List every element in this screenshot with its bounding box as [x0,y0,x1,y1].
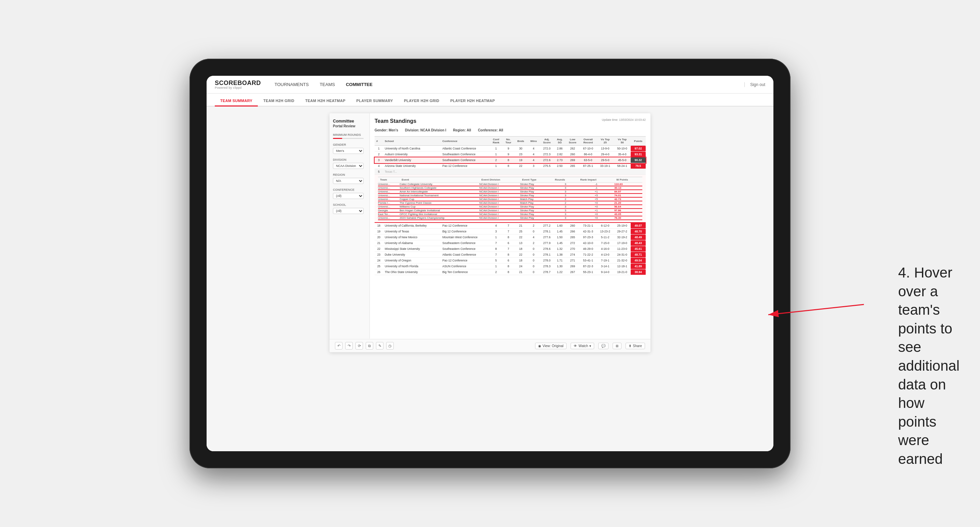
cell-points[interactable]: 93.31 [631,152,646,157]
list-item: Florida I... The Cypress Point Classic N… [378,201,642,205]
school-select[interactable]: (All) [333,208,364,214]
filter-conference-display: Conference: All [478,129,503,132]
tablet-screen: SCOREBOARD Powered by clippd TOURNAMENTS… [207,76,773,451]
expanded-content: Team Event Event Division Event Type Rou… [375,175,646,222]
report-header: Team Standings Update time: 13/03/2024 1… [375,118,646,124]
toolbar-left: ↶ ↷ ⟳ ⧉ ✎ ◷ [335,342,394,349]
cell-points[interactable]: 97.02 [631,146,646,152]
expanded-detail-row: Team Event Event Division Event Type Rou… [375,175,646,223]
list-item: Universi... Copper Cup NCAA Division I M… [378,197,642,201]
tab-team-h2h-heatmap[interactable]: TEAM H2H HEATMAP [300,96,351,106]
report-main: Team Standings Update time: 13/03/2024 1… [370,113,651,275]
edit-button[interactable]: ✎ [376,342,383,349]
tablet-frame: SCOREBOARD Powered by clippd TOURNAMENTS… [189,59,791,468]
min-rounds-slider[interactable] [333,138,364,139]
tab-team-summary[interactable]: TEAM SUMMARY [215,96,258,106]
main-content: Committee Portal Review Minimum Rounds G… [207,106,773,451]
nav-committee[interactable]: COMMITTEE [346,81,372,88]
watch-button[interactable]: 👁 Watch ▾ [571,343,594,349]
report-container: Committee Portal Review Minimum Rounds G… [329,113,651,352]
table-row: 26 The Ohio State University Big Ten Con… [375,269,646,275]
table-row-highlighted: 3 Vanderbilt University Southeastern Con… [375,157,646,163]
filter-conference: Conference (All) [333,188,366,199]
comment-button[interactable]: 💬 [598,343,608,349]
sub-nav: TEAM SUMMARY TEAM H2H GRID TEAM H2H HEAT… [207,94,773,106]
logo-title: SCOREBOARD [215,80,261,86]
list-item: East Ter... OFCC Fighting Illini Invitat… [378,212,642,216]
exp-col-wpoints: W Points [614,177,642,183]
filter-min-rounds: Minimum Rounds [333,133,366,139]
refresh-button[interactable]: ⟳ [355,342,363,349]
svg-line-1 [768,305,864,315]
table-row: 24 University of Oregon Pac-12 Conferenc… [375,258,646,264]
filter-division-display: Division: NCAA Division I [405,129,446,132]
filter-conference-label: Conference [333,188,366,192]
tab-player-summary[interactable]: PLAYER SUMMARY [351,96,398,106]
table-row: 1 University of North Carolina Atlantic … [375,146,646,152]
cell-points[interactable]: 38.94 [631,269,646,275]
cell-rank: 1 [375,146,383,152]
filter-region-display: Region: All [453,129,471,132]
nav-tournaments[interactable]: TOURNAMENTS [275,81,309,88]
list-item: Georgia Ben Hogan Collegiate Invitationa… [378,208,642,212]
undo-button[interactable]: ↶ [335,342,342,349]
view-icon: ◉ [538,344,541,348]
sign-out-button[interactable]: Sign out [745,82,765,87]
filter-school-label: School [333,203,366,206]
col-conf-rank: ConfRank [490,137,503,146]
region-select[interactable]: N/A [333,178,364,184]
share-button[interactable]: ⬆ Share [625,343,645,349]
redo-button[interactable]: ↷ [345,342,353,349]
filter-row: Gender: Men's Division: NCAA Division I … [375,129,646,132]
conference-select[interactable]: (All) [333,193,364,199]
view-original-button[interactable]: ◉ View: Original [535,343,567,349]
top-nav: SCOREBOARD Powered by clippd TOURNAMENTS… [207,76,773,94]
chevron-down-icon: ▾ [589,344,591,348]
filter-division: Division NCAA Division I [333,158,366,169]
col-adj-score: Adj.Score [540,137,554,146]
nav-teams[interactable]: TEAMS [320,81,335,88]
col-rank: # [375,137,383,146]
cell-points[interactable]: 49.54 [631,258,646,264]
cell-points[interactable]: 48.71 [631,252,646,258]
division-select[interactable]: NCAA Division I [333,163,364,169]
exp-col-rank-impact: Rank Impact [578,177,614,183]
table-row: 21 University of Alabama Southeastern Co… [375,240,646,246]
sidebar-subtitle: Portal Review [333,124,366,129]
app-logo: SCOREBOARD Powered by clippd [215,80,261,89]
grid-button[interactable]: ⊞ [612,343,622,349]
update-time: Update time: 13/03/2024 10:03:42 [602,118,646,122]
cell-points[interactable]: 45.61 [631,246,646,252]
cell-points-highlighted[interactable]: 90.32 [631,157,646,163]
col-points: Points [631,137,646,146]
col-overall: OverallRecord [579,137,597,146]
col-school: School [383,137,441,146]
report-title: Team Standings [375,118,416,124]
copy-button[interactable]: ⧉ [366,342,373,349]
col-low-score: LowScore [565,137,579,146]
list-item: Universi... Southern Highlands Collegiat… [378,186,642,190]
tab-player-h2h-grid[interactable]: PLAYER H2H GRID [398,96,445,106]
gender-select[interactable]: Men's [333,148,364,154]
col-bnds: Bnds [514,137,527,146]
tab-player-h2h-heatmap[interactable]: PLAYER H2H HEATMAP [445,96,501,106]
cell-points[interactable]: 48.70 [631,229,646,235]
table-row: 2 Auburn University Southeastern Confere… [375,152,646,157]
tab-team-h2h-grid[interactable]: TEAM H2H GRID [258,96,300,106]
cell-points[interactable]: 79.5 [631,163,646,169]
table-row: 18 University of California, Berkeley Pa… [375,222,646,229]
logo-sub: Powered by clippd [215,86,261,89]
filter-region: Region N/A [333,173,366,184]
cell-points[interactable]: 41.89 [631,264,646,269]
table-row: 5 Texas T... [375,169,646,175]
filter-school: School (All) [333,203,366,214]
view-label: View: Original [542,344,564,348]
filter-gender-display: Gender: Men's [375,129,398,132]
cell-points[interactable]: 49.07 [631,222,646,229]
exp-col-type: Event Type [520,177,553,183]
annotation-arrow [762,284,871,352]
exp-col-rounds: Rounds [553,177,578,183]
cell-points[interactable]: 48.43 [631,240,646,246]
cell-points[interactable]: 48.49 [631,235,646,240]
clock-button[interactable]: ◷ [386,342,394,349]
